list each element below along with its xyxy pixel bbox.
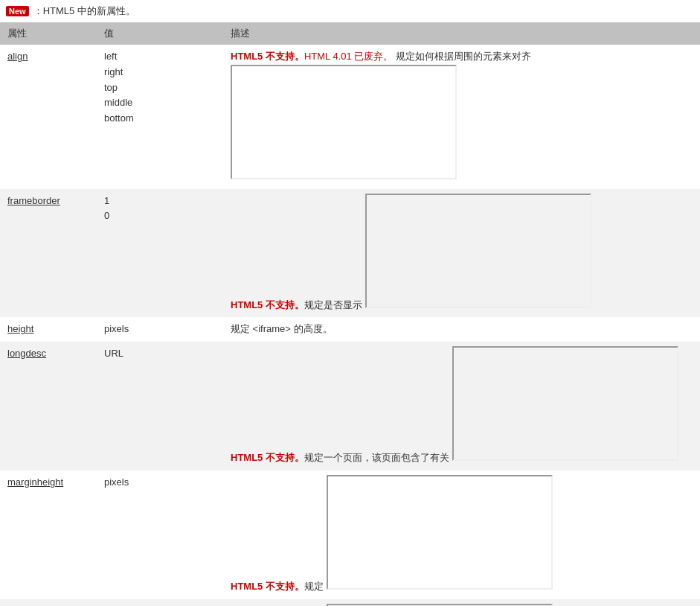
- attr-link[interactable]: align: [7, 49, 28, 65]
- val-cell: pixels: [97, 599, 223, 606]
- header-text: ：HTML5 中的新属性。: [33, 4, 135, 18]
- attr-cell: frameborder: [0, 189, 97, 318]
- col-header-attr: 属性: [0, 22, 97, 45]
- attr-cell: align: [0, 45, 97, 189]
- val-cell: URL: [97, 342, 223, 471]
- val-cell: 10: [97, 189, 223, 318]
- desc-cell: 规定 <iframe> 的高度。: [223, 317, 700, 342]
- desc-cell: HTML5 不支持。规定 的顶部和底部的边距。: [223, 471, 700, 599]
- attr-link[interactable]: marginheight: [7, 475, 63, 491]
- table-row: marginheightpixelsHTML5 不支持。规定 的顶部和底部的边距…: [0, 471, 700, 599]
- val-cell: pixels: [97, 317, 223, 342]
- desc-cell: HTML5 不支持。规定是否显示 周围的边框。: [223, 189, 700, 318]
- attr-link[interactable]: height: [7, 322, 33, 337]
- val-cell: pixels: [97, 471, 223, 599]
- table-header-row: 属性 值 描述: [0, 22, 700, 45]
- table-row: longdescURLHTML5 不支持。规定一个页面，该页面包含了有关 的较长…: [0, 342, 700, 471]
- attr-link[interactable]: frameborder: [7, 194, 60, 209]
- attr-cell: longdesc: [0, 342, 97, 471]
- col-header-val: 值: [97, 22, 223, 45]
- attr-cell: marginwidth: [0, 599, 97, 606]
- new-badge-header: New: [6, 6, 29, 16]
- table-row: marginwidthpixelsHTML5 不支持。规定 的左侧和右侧的边距。: [0, 599, 700, 606]
- table-row: frameborder10HTML5 不支持。规定是否显示 周围的边框。: [0, 189, 700, 318]
- attr-link[interactable]: longdesc: [7, 346, 46, 362]
- attributes-table: 属性 值 描述 alignleftrighttopmiddlebottomHTM…: [0, 22, 700, 606]
- header-note: New ：HTML5 中的新属性。: [0, 0, 700, 22]
- table-row: heightpixels规定 <iframe> 的高度。: [0, 317, 700, 342]
- desc-cell: HTML5 不支持。HTML 4.01 已废弃。 规定如何根据周围的元素来对齐 …: [223, 45, 700, 189]
- attr-cell: marginheight: [0, 471, 97, 599]
- col-header-desc: 描述: [223, 22, 700, 45]
- desc-cell: HTML5 不支持。规定 的左侧和右侧的边距。: [223, 599, 700, 606]
- desc-cell: HTML5 不支持。规定一个页面，该页面包含了有关 的较长描述。: [223, 342, 700, 471]
- attr-cell: height: [0, 317, 97, 342]
- table-row: alignleftrighttopmiddlebottomHTML5 不支持。H…: [0, 45, 700, 189]
- val-cell: leftrighttopmiddlebottom: [97, 45, 223, 189]
